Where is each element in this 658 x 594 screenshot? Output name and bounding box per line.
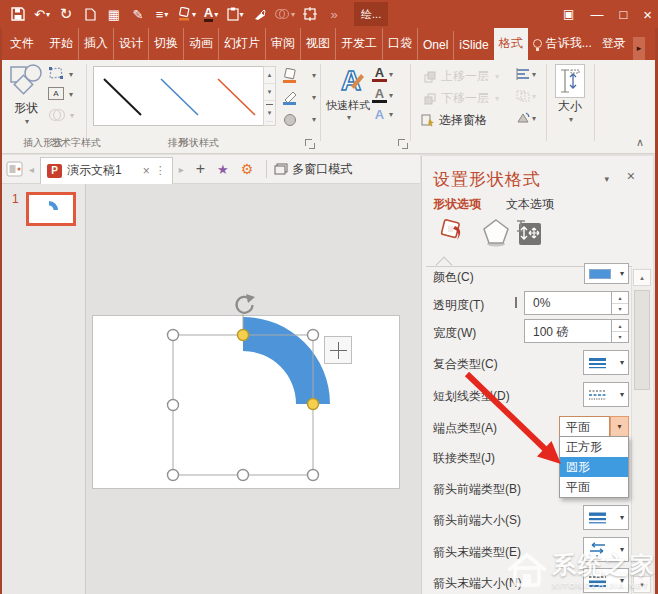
text-effects-button[interactable]: A▾ [372, 108, 393, 121]
new-tab-icon[interactable]: + [196, 160, 205, 178]
resize-handle-w[interactable] [168, 400, 179, 411]
shape-outline-button[interactable]: ▾ [282, 88, 316, 107]
undo-button[interactable]: ↶▾ [33, 3, 51, 25]
tab-scroll-right2-icon[interactable]: ▸ [179, 164, 184, 175]
panel-close-icon[interactable]: × [627, 168, 635, 184]
save-icon[interactable] [9, 3, 27, 25]
option-square[interactable]: 正方形 [560, 437, 628, 457]
arrow-begin-size-dropdown[interactable]: ▾ [583, 505, 629, 530]
text-box-button[interactable]: A [48, 87, 64, 100]
arrow-end-type-dropdown[interactable]: ▾ [583, 537, 629, 562]
dock-window-icon[interactable]: ▣ [563, 7, 574, 21]
rotate-handle-icon[interactable] [237, 294, 255, 313]
scroll-up-icon[interactable]: ▴ [633, 269, 651, 286]
tab-home[interactable]: 开始 [44, 28, 79, 60]
quick-styles-button[interactable]: A 快速样式 ▾ [326, 64, 370, 122]
pen-icon[interactable]: ✎ [129, 3, 147, 25]
tab-scroll-left-icon[interactable]: ◂ [29, 164, 34, 175]
wordart-dialog-launcher-icon[interactable] [398, 139, 408, 149]
resize-handle-ne[interactable] [308, 330, 319, 341]
slide-thumbnail[interactable] [26, 192, 76, 226]
plus-cursor-box[interactable] [324, 336, 352, 364]
table-icon[interactable]: ▦ [105, 3, 123, 25]
transparency-spinner[interactable]: ▴▾ [611, 292, 628, 314]
tab-onekey[interactable]: Onel [418, 31, 454, 60]
qat-overflow-icon[interactable]: » [325, 3, 343, 25]
tab-view[interactable]: 视图 [301, 28, 336, 60]
resize-handle-s[interactable] [238, 470, 249, 481]
undo-dropdown-icon[interactable]: ▾ [46, 10, 50, 19]
tab-scroll-right-icon[interactable]: ▸ [633, 37, 646, 60]
resize-handle-sw[interactable] [168, 470, 179, 481]
tab-format[interactable]: 格式 [494, 28, 528, 60]
tab-slideshow[interactable]: 幻灯片 [219, 28, 266, 60]
magic-wand-icon[interactable]: ★ [217, 162, 229, 177]
rotate-button[interactable]: ▾ [516, 112, 536, 124]
color-dropdown[interactable]: ▾ [584, 263, 629, 284]
resize-handle-nw[interactable] [168, 330, 179, 341]
tab-animations[interactable]: 动画 [184, 28, 219, 60]
gallery-down-icon[interactable]: ▾ [264, 84, 275, 101]
shape-styles-dialog-launcher-icon[interactable] [305, 139, 315, 149]
settings-gear-icon[interactable]: ⚙ [241, 161, 254, 177]
tab-islide[interactable]: iSlide [454, 31, 493, 60]
align-button[interactable]: ▾ [516, 68, 536, 80]
indent-list-button[interactable]: ≡▾ [153, 3, 171, 25]
document-tab[interactable]: P 演示文稿1 × ⋮ [40, 157, 173, 184]
shape-effects-button[interactable]: ▾ [282, 110, 316, 129]
panel-menu-icon[interactable]: ▾ [604, 174, 609, 184]
merge-shapes-ribbon-button[interactable] [48, 108, 66, 122]
gallery-more-icon[interactable]: ▾ [266, 104, 273, 122]
paste-button[interactable]: ▾ [226, 3, 244, 25]
cap-type-combo-arrow[interactable]: ▾ [610, 416, 629, 437]
group-button[interactable]: ▾ [516, 90, 536, 102]
adjust-handle-end[interactable] [308, 399, 319, 410]
tab-shape-options[interactable]: 形状选项 [433, 196, 481, 213]
tab-design[interactable]: 设计 [114, 28, 149, 60]
tab-tellme[interactable]: 告诉我... [528, 28, 597, 60]
close-tab-icon[interactable]: × [143, 164, 150, 178]
font-color-button[interactable]: A▾ [202, 3, 220, 25]
merge-shapes-button[interactable]: ▾ [274, 3, 295, 25]
tab-developer[interactable]: 开发工 [336, 28, 383, 60]
scrollbar-thumb[interactable] [634, 290, 650, 390]
view-switch-icon[interactable] [6, 161, 23, 177]
size-button[interactable]: 大小 ▾ [553, 64, 587, 124]
shape-style-gallery[interactable] [93, 66, 275, 126]
resize-handle-se[interactable] [308, 470, 319, 481]
maximize-icon[interactable]: □ [619, 7, 627, 22]
tab-pocket[interactable]: 口袋 [383, 28, 418, 60]
width-input[interactable]: 100 磅 ▴▾ [524, 319, 629, 343]
text-outline-button[interactable]: A▾ [372, 87, 393, 103]
close-icon[interactable]: × [643, 6, 652, 23]
edit-shape-button[interactable] [48, 66, 64, 80]
width-spinner[interactable]: ▴▾ [611, 320, 628, 342]
scroll-down-icon[interactable]: ▾ [633, 576, 651, 593]
shape-fill-ribbon-button[interactable]: ▾ [282, 66, 316, 85]
bring-forward-button[interactable]: 上移一层 ▾ [424, 68, 499, 85]
arc-shape[interactable] [243, 317, 330, 404]
shapes-button[interactable]: 形状 ▾ [8, 64, 44, 126]
collapse-ribbon-icon[interactable]: ∧ [636, 136, 644, 149]
tab-text-options[interactable]: 文本选项 [506, 196, 554, 213]
object-position-icon[interactable] [301, 3, 319, 25]
panel-scrollbar[interactable]: ▴ ▾ [631, 268, 652, 594]
draw-mode-button[interactable]: 绘... [354, 2, 388, 26]
compound-type-dropdown[interactable]: ▾ [583, 350, 629, 375]
multi-window-icon[interactable] [274, 163, 288, 175]
option-flat[interactable]: 平面 [560, 477, 628, 497]
format-painter-icon[interactable] [250, 3, 268, 25]
minimize-icon[interactable]: — [590, 7, 603, 22]
selection-pane-button[interactable]: 选择窗格 [421, 112, 487, 129]
new-file-icon[interactable] [81, 3, 99, 25]
transparency-input[interactable]: 0% ▴▾ [524, 291, 629, 315]
cap-type-combo-value[interactable]: 平面 [559, 416, 610, 437]
text-fill-button[interactable]: A▾ [372, 66, 393, 82]
tab-transitions[interactable]: 切换 [149, 28, 184, 60]
tab-file[interactable]: 文件 [0, 28, 44, 60]
tab-menu-icon[interactable]: ⋮ [155, 164, 166, 177]
arrow-end-size-dropdown[interactable]: ▾ [583, 568, 629, 593]
slide-editor-area[interactable] [87, 184, 420, 594]
tab-insert[interactable]: 插入 [79, 28, 114, 60]
size-properties-category-icon[interactable] [515, 219, 543, 247]
